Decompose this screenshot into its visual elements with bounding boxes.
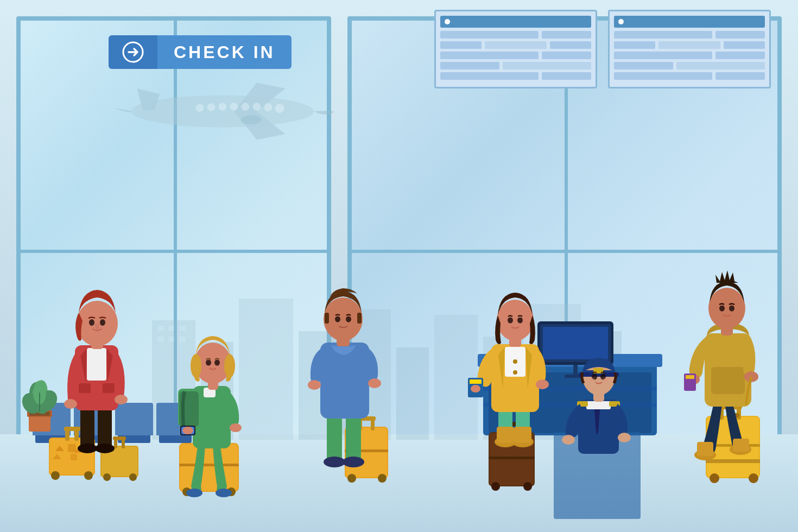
svg-point-88	[216, 489, 232, 497]
svg-point-67	[78, 444, 97, 453]
svg-point-156	[618, 433, 631, 442]
svg-point-122	[335, 316, 340, 322]
svg-point-1	[275, 104, 284, 113]
svg-point-189	[729, 306, 734, 312]
checkin-sign: CHECK IN	[109, 35, 292, 69]
svg-point-164	[588, 378, 595, 382]
svg-point-3	[253, 103, 261, 111]
person-6-walking-man	[662, 248, 771, 532]
svg-rect-181	[711, 367, 745, 394]
svg-rect-66	[98, 405, 112, 448]
person-3-blue-sweater	[288, 258, 396, 532]
svg-point-87	[186, 489, 202, 497]
svg-rect-23	[157, 337, 164, 342]
svg-rect-72	[103, 383, 115, 393]
svg-point-102	[214, 360, 220, 366]
person-1-red-jacket	[43, 258, 152, 532]
svg-point-7	[207, 103, 216, 111]
svg-rect-178	[697, 442, 713, 456]
svg-point-188	[719, 306, 725, 312]
svg-point-76	[77, 301, 118, 346]
svg-point-131	[523, 482, 532, 491]
svg-rect-179	[733, 439, 749, 452]
svg-point-147	[497, 300, 534, 341]
svg-point-73	[64, 399, 77, 409]
svg-point-172	[710, 473, 719, 483]
svg-point-149	[517, 318, 523, 324]
svg-rect-71	[79, 383, 91, 393]
svg-point-99	[191, 354, 201, 378]
airplane-illustration	[109, 65, 315, 160]
svg-rect-52	[71, 454, 77, 460]
svg-point-74	[115, 395, 128, 404]
svg-rect-136	[497, 427, 514, 443]
arrow-right-icon	[122, 41, 144, 63]
svg-point-96	[230, 423, 242, 432]
svg-point-113	[324, 457, 345, 467]
svg-point-117	[368, 378, 381, 388]
svg-point-148	[508, 318, 513, 324]
svg-rect-143	[470, 379, 482, 384]
svg-point-119	[324, 297, 363, 341]
flight-board-1	[434, 10, 597, 88]
svg-rect-137	[514, 427, 531, 443]
svg-point-130	[491, 482, 500, 491]
svg-rect-152	[586, 401, 611, 409]
svg-point-9	[241, 115, 262, 124]
board-dot-2	[618, 19, 624, 24]
svg-rect-65	[80, 405, 94, 448]
svg-point-116	[308, 380, 321, 390]
svg-point-141	[513, 370, 517, 375]
svg-point-145	[536, 379, 549, 389]
svg-point-8	[196, 104, 204, 112]
svg-point-4	[242, 103, 250, 111]
svg-rect-120	[325, 313, 329, 324]
checkin-label: CHECK IN	[174, 42, 275, 62]
svg-rect-121	[357, 313, 362, 324]
checkin-text-box: CHECK IN	[157, 35, 292, 69]
svg-rect-185	[686, 375, 694, 379]
svg-rect-70	[87, 348, 106, 381]
svg-rect-62	[113, 436, 126, 440]
svg-point-173	[749, 473, 758, 483]
svg-point-109	[347, 474, 356, 483]
svg-point-187	[708, 288, 745, 329]
checkin-arrow-box	[109, 35, 157, 69]
svg-point-78	[100, 319, 105, 326]
svg-point-77	[89, 319, 94, 326]
person-5-staff	[554, 324, 641, 532]
svg-point-155	[562, 435, 575, 445]
board-dot-1	[445, 19, 450, 24]
svg-point-165	[603, 378, 609, 382]
flight-boards	[434, 10, 771, 88]
svg-point-101	[206, 360, 211, 366]
svg-point-0	[131, 96, 314, 128]
person-2-blonde-sitting	[168, 302, 255, 532]
svg-rect-80	[180, 444, 238, 491]
svg-point-144	[471, 385, 480, 392]
svg-point-140	[513, 359, 517, 364]
svg-rect-126	[489, 457, 535, 459]
svg-rect-49	[68, 444, 76, 452]
svg-point-2	[264, 103, 273, 111]
svg-point-100	[224, 354, 235, 378]
svg-point-6	[219, 103, 227, 111]
airport-scene: CHECK IN	[0, 0, 798, 532]
svg-point-56	[51, 471, 60, 480]
svg-point-57	[84, 471, 93, 480]
flight-board-2	[608, 10, 771, 88]
svg-rect-174	[706, 459, 760, 463]
svg-rect-20	[157, 326, 164, 331]
svg-point-110	[378, 474, 387, 483]
svg-rect-81	[179, 464, 239, 466]
svg-point-68	[95, 444, 115, 453]
svg-rect-15	[396, 347, 429, 440]
svg-point-64	[129, 473, 137, 481]
svg-point-63	[103, 473, 111, 481]
svg-point-114	[343, 457, 364, 467]
svg-rect-111	[327, 413, 342, 462]
svg-rect-55	[64, 427, 80, 431]
svg-rect-112	[346, 413, 361, 462]
svg-point-95	[182, 427, 193, 434]
board-header-1	[440, 16, 591, 28]
